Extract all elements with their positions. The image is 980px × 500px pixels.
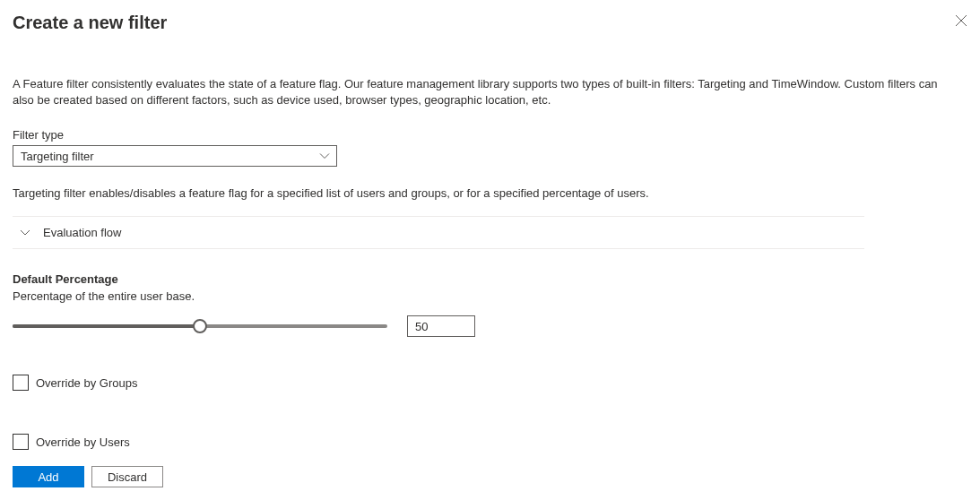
add-button[interactable]: Add (13, 466, 84, 487)
evaluation-flow-expander[interactable]: Evaluation flow (13, 217, 864, 248)
percentage-slider[interactable] (13, 319, 387, 333)
evaluation-flow-label: Evaluation flow (43, 226, 121, 239)
percentage-input[interactable] (407, 315, 475, 337)
override-groups-checkbox[interactable] (13, 375, 29, 391)
default-percentage-subtitle: Percentage of the entire user base. (13, 289, 967, 303)
discard-button[interactable]: Discard (91, 466, 163, 487)
filter-type-value: Targeting filter (21, 150, 94, 163)
close-button[interactable] (951, 11, 971, 33)
filter-type-label: Filter type (13, 128, 967, 142)
targeting-description: Targeting filter enables/disables a feat… (13, 186, 967, 200)
slider-fill (13, 324, 200, 328)
override-users-label[interactable]: Override by Users (36, 435, 130, 449)
filter-type-select[interactable]: Targeting filter (13, 145, 337, 167)
default-percentage-title: Default Percentage (13, 272, 967, 286)
filter-description: A Feature filter consistently evaluates … (13, 76, 954, 108)
page-title: Create a new filter (13, 13, 167, 33)
divider (13, 248, 864, 249)
chevron-down-icon (20, 226, 30, 239)
override-users-checkbox[interactable] (13, 434, 29, 450)
override-groups-label[interactable]: Override by Groups (36, 376, 137, 390)
slider-thumb[interactable] (193, 319, 207, 333)
close-icon (955, 16, 967, 30)
